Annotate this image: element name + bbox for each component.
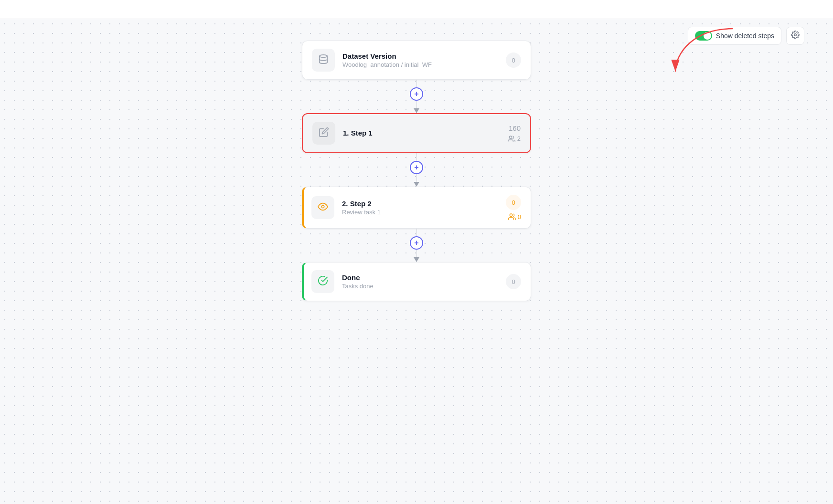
step1-count: 160	[509, 124, 521, 132]
step1-card[interactable]: 1. Step 1 160 2	[302, 113, 531, 153]
step2-title: 2. Step 2	[342, 200, 506, 208]
done-meta: 0	[506, 274, 521, 289]
arrow-down-icon-3	[414, 257, 419, 262]
done-title: Done	[342, 273, 506, 282]
svg-point-0	[794, 34, 797, 36]
connector-3: +	[410, 229, 423, 262]
connector-2: +	[410, 153, 423, 187]
step-meta: 0	[506, 52, 521, 68]
arrow-down-icon	[414, 108, 419, 113]
connector-1: +	[410, 80, 423, 113]
step2-info: 2. Step 2 Review task 1	[342, 200, 506, 216]
plus-icon-2: +	[414, 163, 418, 172]
svg-point-4	[509, 136, 512, 138]
step2-card[interactable]: 2. Step 2 Review task 1 0 0	[302, 187, 531, 229]
svg-marker-3	[414, 108, 419, 113]
add-step-button-3[interactable]: +	[410, 236, 423, 250]
plus-icon-3: +	[414, 239, 418, 247]
step-info: Dataset Version Woodlog_annotation / ini…	[342, 52, 506, 68]
step-count: 0	[506, 52, 521, 68]
step1-info: 1. Step 1	[343, 129, 508, 138]
add-step-button-1[interactable]: +	[410, 87, 423, 101]
show-deleted-label: Show deleted steps	[716, 32, 774, 40]
done-info: Done Tasks done	[342, 273, 506, 290]
step1-users: 2	[508, 135, 521, 143]
connector-line-4	[416, 174, 417, 182]
svg-marker-5	[414, 182, 419, 187]
database-icon	[318, 54, 329, 67]
step2-users: 0	[508, 213, 521, 220]
done-icon-wrap	[311, 270, 334, 293]
svg-point-7	[510, 214, 512, 216]
step1-user-count: 2	[517, 135, 521, 142]
connector-line-6	[416, 250, 417, 257]
step2-meta: 0 0	[506, 195, 521, 220]
arrow-down-icon-2	[414, 182, 419, 187]
connector-line	[416, 80, 417, 87]
svg-marker-8	[414, 257, 419, 262]
step1-title: 1. Step 1	[343, 129, 508, 137]
step-title: Dataset Version	[342, 52, 506, 60]
svg-point-6	[321, 205, 324, 208]
step2-icon-wrap	[311, 196, 334, 219]
step1-meta: 160 2	[508, 124, 521, 143]
show-deleted-toggle[interactable]: Show deleted steps	[688, 27, 781, 45]
users-icon	[508, 135, 515, 143]
step-icon-wrap	[312, 49, 335, 72]
show-deleted-switch[interactable]	[695, 31, 712, 41]
check-circle-icon	[318, 275, 328, 288]
connector-line-5	[416, 229, 417, 236]
done-subtitle: Tasks done	[342, 283, 506, 290]
edit-icon	[319, 127, 329, 140]
gear-icon	[791, 31, 800, 41]
svg-point-2	[320, 54, 328, 57]
step1-icon-wrap	[312, 122, 335, 145]
top-controls: Show deleted steps	[688, 27, 804, 45]
top-toolbar	[0, 0, 833, 19]
step2-subtitle: Review task 1	[342, 209, 506, 216]
dataset-step-card[interactable]: Dataset Version Woodlog_annotation / ini…	[302, 41, 531, 80]
eye-icon	[318, 201, 328, 214]
step2-user-count: 0	[518, 213, 521, 220]
done-card[interactable]: Done Tasks done 0	[302, 262, 531, 301]
connector-line-2	[416, 101, 417, 108]
add-step-button-2[interactable]: +	[410, 161, 423, 174]
connector-line-3	[416, 153, 417, 161]
settings-button[interactable]	[786, 27, 804, 45]
step-subtitle: Woodlog_annotation / initial_WF	[342, 61, 506, 68]
done-count: 0	[506, 274, 521, 289]
workflow-container: Dataset Version Woodlog_annotation / ini…	[302, 26, 531, 301]
step2-count: 0	[506, 195, 521, 210]
plus-icon: +	[414, 90, 418, 98]
users-icon-2	[508, 213, 516, 220]
